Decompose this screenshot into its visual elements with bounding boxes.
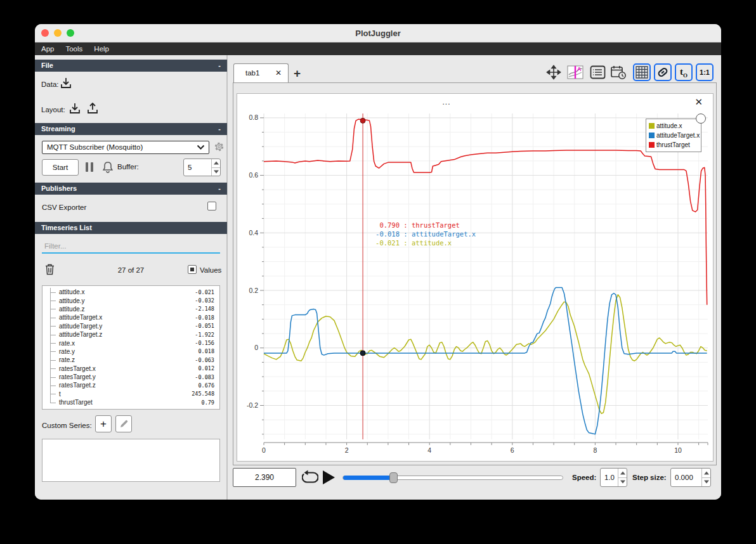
values-checkbox[interactable] — [188, 265, 197, 274]
edit-custom-series-button[interactable] — [115, 415, 132, 432]
streaming-section-title: Streaming — [41, 125, 75, 133]
spin-down-icon[interactable] — [702, 478, 710, 487]
series-count-label: 27 of 27 — [35, 266, 227, 274]
menu-item-help[interactable]: Help — [94, 45, 109, 53]
list-view-icon[interactable] — [589, 63, 606, 81]
load-data-icon[interactable] — [59, 76, 73, 93]
tab-tab1[interactable]: tab1 ✕ — [233, 63, 289, 82]
pan-zoom-icon[interactable] — [545, 63, 563, 81]
timeseries-row[interactable]: attitudeTarget.z-1.922 — [42, 330, 219, 339]
values-label: Values — [200, 266, 221, 274]
tree-branch-icon — [42, 339, 59, 347]
tooltip-line: 0.790 : thrustTarget — [372, 221, 476, 230]
timeseries-row[interactable]: attitude.x-0.021 — [42, 288, 219, 296]
tree-branch-icon — [42, 288, 59, 296]
timeseries-row[interactable]: ratesTarget.z0.676 — [42, 381, 219, 389]
chart-canvas[interactable]: 0246810-0.200.20.40.60.8 — [237, 94, 714, 462]
bell-icon[interactable] — [102, 160, 114, 176]
grid-view-icon[interactable] — [633, 63, 651, 81]
tree-branch-icon — [42, 330, 59, 339]
spin-up-icon[interactable] — [618, 469, 627, 478]
plot-title[interactable]: ... — [237, 98, 656, 107]
filter-input[interactable]: Filter... — [42, 240, 220, 254]
tracker-tooltip: 0.790 : thrustTarget-0.018 : attitudeTar… — [372, 221, 476, 247]
tree-branch-icon — [42, 373, 59, 381]
legend-entry[interactable]: thrustTarget — [649, 140, 698, 150]
timeseries-row[interactable]: attitude.z-2.148 — [42, 305, 219, 313]
time-slider[interactable] — [342, 474, 563, 481]
collapse-icon[interactable]: - — [218, 183, 221, 195]
plot-panel: tab1 ✕ + A tO — [228, 55, 721, 500]
gear-icon[interactable] — [214, 141, 225, 155]
pause-icon[interactable] — [86, 162, 93, 172]
legend-entry[interactable]: attitude.x — [649, 121, 698, 131]
legend-entry[interactable]: attitudeTarget.x — [649, 131, 698, 140]
speed-value: 1.0 — [604, 474, 615, 481]
timeseries-row[interactable]: rate.x-0.156 — [42, 339, 219, 347]
spin-up-icon[interactable] — [702, 469, 710, 478]
loop-icon[interactable] — [302, 470, 318, 488]
timeseries-row[interactable]: rate.z-0.063 — [42, 356, 219, 364]
file-section-header[interactable]: File - — [35, 60, 227, 72]
ratio-1-1-icon[interactable]: 1:1 — [696, 63, 714, 81]
timeseries-row[interactable]: ratesTarget.y-0.083 — [42, 373, 219, 381]
tree-branch-icon — [42, 356, 59, 364]
publishers-section-title: Publishers — [41, 185, 77, 192]
file-section-title: File — [41, 62, 53, 69]
cursor-trace-icon[interactable]: A — [566, 63, 584, 81]
spin-up-icon[interactable] — [212, 159, 220, 168]
tree-branch-icon — [42, 296, 59, 304]
streaming-section-header[interactable]: Streaming - — [35, 123, 227, 135]
svg-text:0.6: 0.6 — [249, 171, 258, 179]
tree-branch-icon — [42, 365, 59, 373]
add-custom-series-button[interactable]: + — [95, 415, 112, 432]
timeseries-row[interactable]: thrustTarget0.79 — [42, 398, 219, 406]
timeseries-row[interactable]: ratesTarget.x0.012 — [42, 365, 219, 373]
add-tab-button[interactable]: + — [294, 67, 301, 81]
spin-down-icon[interactable] — [212, 168, 220, 176]
collapse-icon[interactable]: - — [218, 123, 221, 135]
timeseries-section-header[interactable]: Timeseries List — [35, 222, 227, 234]
tree-branch-icon — [42, 322, 59, 330]
plot-legend[interactable]: attitude.xattitudeTarget.xthrustTarget — [646, 119, 701, 152]
svg-text:0.8: 0.8 — [249, 113, 258, 121]
datetime-icon[interactable] — [609, 63, 627, 81]
timeseries-row[interactable]: attitude.y-0.032 — [42, 296, 219, 304]
load-layout-icon[interactable] — [68, 101, 82, 118]
link-axes-icon[interactable] — [654, 63, 672, 81]
chevron-down-icon — [197, 145, 205, 150]
spin-down-icon[interactable] — [618, 478, 627, 487]
menu-item-tools[interactable]: Tools — [65, 45, 82, 53]
menu-item-app[interactable]: App — [41, 45, 54, 53]
timeseries-row[interactable]: t245.548 — [42, 390, 219, 398]
streaming-source-select[interactable]: MQTT Subscriber (Mosquitto) — [42, 141, 209, 154]
legend-toggle-handle[interactable] — [696, 113, 706, 124]
time-input[interactable]: 2.390 — [233, 468, 296, 487]
svg-text:2: 2 — [345, 446, 349, 454]
tree-branch-icon — [42, 347, 59, 356]
tree-branch-icon — [42, 398, 59, 406]
tree-branch-icon — [42, 390, 59, 398]
save-layout-icon[interactable] — [86, 101, 100, 118]
timeseries-row[interactable]: attitudeTarget.y-0.051 — [42, 322, 219, 330]
collapse-icon[interactable]: - — [218, 60, 221, 72]
tooltip-line: -0.018 : attitudeTarget.x — [372, 230, 476, 238]
buffer-value: 5 — [188, 164, 192, 171]
publishers-section-header[interactable]: Publishers - — [35, 183, 227, 195]
timeseries-row[interactable]: attitudeTarget.x-0.018 — [42, 313, 219, 321]
buffer-spinbox[interactable]: 5 — [183, 159, 221, 176]
play-button[interactable] — [323, 470, 335, 484]
step-size-spinbox[interactable]: 0.000 — [670, 468, 711, 487]
tab-close-icon[interactable]: ✕ — [275, 68, 282, 77]
start-button[interactable]: Start — [42, 159, 79, 176]
time-offset-icon[interactable]: tO — [675, 63, 693, 81]
plot-widget[interactable]: ... ✕ 0246810-0.200.20.40.60.8 0.790 : t… — [237, 93, 714, 462]
step-size-label: Step size: — [632, 474, 667, 481]
timeseries-row[interactable]: rate.y0.018 — [42, 347, 219, 356]
speed-spinbox[interactable]: 1.0 — [600, 468, 627, 487]
custom-series-list[interactable] — [42, 439, 220, 482]
slider-handle[interactable] — [389, 472, 398, 483]
svg-text:0: 0 — [262, 446, 266, 454]
csv-exporter-checkbox[interactable] — [207, 202, 216, 210]
plot-close-icon[interactable]: ✕ — [694, 96, 703, 108]
